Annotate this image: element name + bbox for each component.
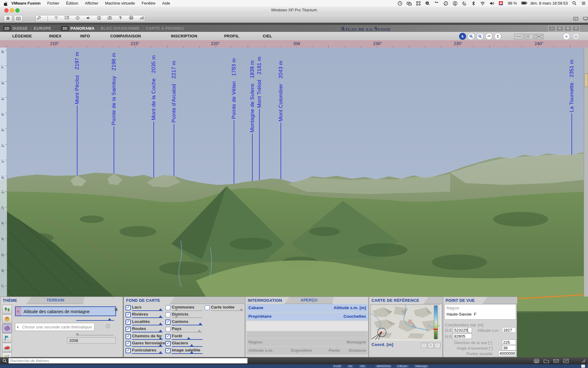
peak-label[interactable]: Pointe de la Sambuy 2198 m <box>111 53 117 125</box>
zoom-out-icon[interactable] <box>477 33 484 40</box>
layer-opacity-slider[interactable] <box>172 325 202 325</box>
checkbox-rivières[interactable]: ✓ <box>126 312 131 317</box>
checkbox-routes[interactable]: ✓ <box>126 327 131 332</box>
nav-carte-a-prismes[interactable]: CARTE A PRISMES <box>146 26 184 31</box>
app-menu-info[interactable]: INFO <box>80 34 90 38</box>
close-icon[interactable]: ✕ <box>572 26 580 31</box>
back-icon[interactable]: « <box>563 33 570 40</box>
layer-opacity-slider[interactable] <box>132 332 163 332</box>
slider-thumb[interactable] <box>190 344 193 346</box>
pause-button[interactable] <box>4 15 12 22</box>
clock-icon[interactable] <box>398 1 402 6</box>
spotlight-search-icon[interactable] <box>572 1 577 6</box>
app-menu-inscription[interactable]: INSCRIPTION <box>171 34 197 38</box>
fullscreen-icon[interactable] <box>573 16 578 22</box>
monitor-icon[interactable] <box>583 16 588 22</box>
grip-icon[interactable] <box>581 358 587 363</box>
nature-icon[interactable] <box>2 324 12 333</box>
sound-icon[interactable] <box>86 16 91 21</box>
app-menu-profil[interactable]: PROFIL <box>224 34 239 38</box>
checkbox-glaciers[interactable]: ✓ <box>165 341 171 346</box>
layer-opacity-slider[interactable] <box>172 353 202 354</box>
slider-thumb[interactable] <box>159 308 162 310</box>
oe-input[interactable]: 523225 <box>453 327 472 333</box>
mail-icon[interactable] <box>553 358 559 363</box>
layer-opacity-slider[interactable] <box>211 310 243 311</box>
checkbox-districts[interactable]: ✓ <box>165 312 171 317</box>
accessibility-icon[interactable] <box>453 1 458 6</box>
panorama-scrollbar-thumb[interactable] <box>584 74 588 87</box>
maximize-icon[interactable]: ⧈ <box>556 26 564 31</box>
peak-label[interactable]: Pointe d'Arcalod 2217 m <box>171 61 177 123</box>
year-field[interactable]: 2008 <box>67 337 116 343</box>
fullscreen-icon[interactable]: ⛶ <box>421 343 427 348</box>
terrain-tab[interactable]: TERRAIN <box>26 297 85 304</box>
printer-icon[interactable] <box>129 16 134 21</box>
checkbox-localités[interactable]: ✓ <box>126 320 131 325</box>
apple-icon[interactable] <box>3 1 8 6</box>
slider-thumb[interactable] <box>159 337 162 339</box>
nav-suisse[interactable]: SUISSE <box>13 26 28 31</box>
slider-thumb[interactable] <box>159 330 162 332</box>
layer-opacity-slider[interactable] <box>172 339 202 340</box>
transport-icon[interactable] <box>2 343 12 352</box>
slider-thumb[interactable] <box>187 337 190 339</box>
slider-thumb[interactable] <box>198 330 201 332</box>
sharing-icon[interactable] <box>140 16 144 21</box>
reference-map[interactable] <box>370 304 441 340</box>
menubar-item[interactable]: Édition <box>66 1 78 6</box>
collapse-caret-icon[interactable]: ∧ <box>17 309 19 313</box>
selected-theme-box[interactable]: ∧ Altitude des cabanes de montagne <box>15 306 116 316</box>
theme-tab-active[interactable]: THÈME <box>3 298 17 303</box>
camera-icon[interactable] <box>107 16 112 21</box>
layer-opacity-slider[interactable] <box>132 310 163 311</box>
peak-label[interactable]: Mont Trélod 2181 m <box>256 57 262 108</box>
folder-icon[interactable] <box>543 358 549 363</box>
peak-label[interactable]: Mont Colombier 2043 m <box>278 61 284 121</box>
leisure-icon[interactable] <box>2 314 12 324</box>
time-machine-icon[interactable] <box>443 1 448 6</box>
slider-thumb[interactable] <box>175 315 178 317</box>
layer-opacity-slider[interactable] <box>132 346 163 347</box>
flag-icon[interactable] <box>2 333 12 343</box>
phone-icon[interactable] <box>462 1 467 6</box>
trees-icon[interactable] <box>2 305 12 314</box>
angle-input[interactable]: 36 <box>502 345 516 351</box>
peak-label[interactable]: Mont Pécloz 2197 m <box>74 52 80 104</box>
slider-thumb[interactable] <box>159 351 162 353</box>
layer-opacity-slider[interactable] <box>172 310 202 311</box>
remove-theme-button[interactable]: ✕ <box>114 307 118 312</box>
peak-label[interactable]: Mont de la Coche 2035 m <box>151 55 157 120</box>
network-icon[interactable] <box>54 16 58 21</box>
layer-opacity-slider[interactable] <box>132 325 163 325</box>
zoom-in-icon[interactable] <box>468 33 475 40</box>
pointer-icon[interactable] <box>459 33 466 40</box>
menubar-item[interactable]: Machine virtuelle <box>105 1 135 6</box>
slider-thumb[interactable] <box>190 351 193 353</box>
flags-icon[interactable] <box>434 1 439 6</box>
slider-thumb[interactable] <box>240 308 243 310</box>
collapse-caret-icon[interactable]: ∧ <box>17 325 19 329</box>
checkbox-chemins-de-fer[interactable]: ✓ <box>126 334 131 339</box>
keystroke-icon[interactable] <box>416 1 421 6</box>
theme-search-input[interactable]: Recherche de thèmes <box>9 358 247 363</box>
location-icon[interactable] <box>75 16 80 21</box>
split-vertical-icon[interactable] <box>524 34 533 39</box>
snapshot-button[interactable] <box>14 15 23 22</box>
menubar-item[interactable]: Fichier <box>47 1 59 6</box>
theme-opacity-slider[interactable] <box>76 320 114 321</box>
wifi-icon[interactable] <box>480 1 485 6</box>
menubar-clock[interactable]: dim. 8 mars 16:58:53 <box>530 1 568 6</box>
layer-opacity-slider[interactable] <box>172 317 202 318</box>
slider-thumb[interactable] <box>175 308 178 310</box>
checkbox-communes[interactable]: ✓ <box>165 305 171 310</box>
chart-icon[interactable] <box>563 358 569 363</box>
volume-icon[interactable] <box>489 1 494 6</box>
notification-center-icon[interactable] <box>581 1 586 6</box>
displays-icon[interactable] <box>407 1 412 6</box>
checkbox-pays[interactable]: ✓ <box>165 327 171 332</box>
checkbox-funiculaires[interactable]: ✓ <box>126 348 131 353</box>
nav-europe[interactable]: EUROPE <box>34 26 51 31</box>
minimize-icon[interactable]: — <box>548 26 556 31</box>
app-menu-index[interactable]: INDEX <box>49 34 62 38</box>
